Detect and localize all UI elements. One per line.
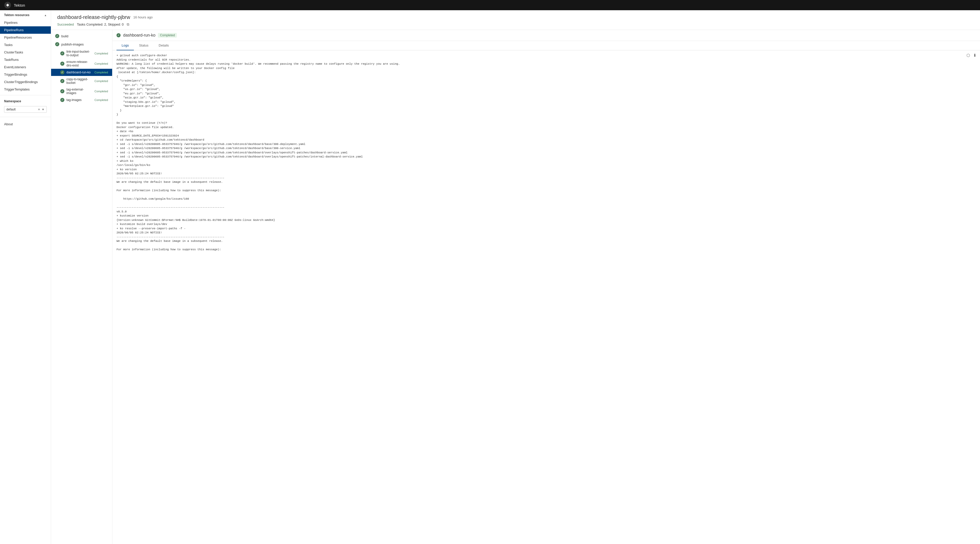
check-circle-icon bbox=[116, 33, 121, 37]
topbar: Tekton bbox=[0, 0, 980, 10]
check-circle-icon bbox=[55, 42, 59, 46]
detail-title: dashboard-run-ko bbox=[123, 33, 155, 38]
check-circle-icon bbox=[60, 70, 64, 74]
check-circle-icon bbox=[60, 79, 64, 83]
sidebar: Tekton resources ▲ Pipelines PipelineRun… bbox=[0, 10, 51, 544]
task-sub-tag-images-status: Completed bbox=[94, 99, 108, 102]
task-sub-tag-external[interactable]: tag-external-images Completed bbox=[51, 86, 112, 96]
task-sub-copy-to-tagged-status: Completed bbox=[94, 80, 108, 83]
task-sub-dashboard-run-ko-label: dashboard-run-ko bbox=[67, 70, 92, 74]
task-sub-tag-external-label: tag-external-images bbox=[67, 88, 92, 95]
detail-panel: dashboard-run-ko Completed Logs Status D… bbox=[112, 30, 980, 544]
check-circle-icon bbox=[60, 98, 64, 102]
namespace-label: Namespace bbox=[0, 97, 51, 105]
task-sub-dashboard-run-ko[interactable]: dashboard-run-ko Completed bbox=[51, 69, 112, 76]
namespace-value: default bbox=[6, 108, 16, 111]
task-sub-tag-images-label: tag-images bbox=[67, 98, 92, 102]
page-title: dashboard-release-nightly-pjbrw bbox=[57, 14, 130, 20]
page-header: dashboard-release-nightly-pjbrw 16 hours… bbox=[51, 10, 980, 30]
log-toolbar: ⬡ ⬇ bbox=[966, 53, 977, 58]
sidebar-item-pipelines[interactable]: Pipelines bbox=[0, 19, 51, 26]
namespace-selector[interactable]: default ✕ ▼ bbox=[4, 106, 47, 113]
check-circle-icon bbox=[60, 51, 64, 56]
task-sub-ensure-release-label: ensure-release-dirs-exist bbox=[67, 60, 92, 67]
sidebar-item-triggerbindings[interactable]: TriggerBindings bbox=[0, 71, 51, 78]
sidebar-item-pipelineresources[interactable]: PipelineResources bbox=[0, 34, 51, 41]
sidebar-item-taskruns[interactable]: TaskRuns bbox=[0, 56, 51, 64]
tasks-info: Tasks Completed: 2, Skipped: 0 bbox=[77, 22, 124, 26]
task-sub-link-input-status: Completed bbox=[94, 52, 108, 55]
sidebar-item-tasks[interactable]: Tasks bbox=[0, 41, 51, 49]
task-group-publish-images[interactable]: publish-images bbox=[51, 40, 112, 48]
task-sub-tag-external-status: Completed bbox=[94, 90, 108, 93]
task-sub-dashboard-run-ko-status: Completed bbox=[94, 71, 108, 74]
chevron-up-icon: ▲ bbox=[44, 14, 47, 17]
download-icon[interactable]: ⬇ bbox=[973, 53, 977, 58]
sidebar-section-header: Tekton resources ▲ bbox=[0, 10, 51, 19]
copy-icon[interactable]: ⧉ bbox=[127, 22, 129, 27]
sidebar-item-triggertemplates[interactable]: TriggerTemplates bbox=[0, 86, 51, 93]
clear-icon[interactable]: ✕ bbox=[38, 108, 40, 111]
content-area: build publish-images link-input-bucket-t… bbox=[51, 30, 980, 544]
task-sub-link-input-label: link-input-bucket-to-output bbox=[67, 50, 92, 57]
sidebar-item-clustertasks[interactable]: ClusterTasks bbox=[0, 49, 51, 56]
task-group-build-label: build bbox=[61, 34, 68, 38]
log-content: + gcloud auth configure-docker Adding cr… bbox=[112, 50, 980, 255]
page-age: 16 hours ago bbox=[134, 15, 153, 19]
sidebar-item-pipelineruns[interactable]: PipelineRuns bbox=[0, 26, 51, 34]
sidebar-item-clustertriggerbindings[interactable]: ClusterTriggerBindings bbox=[0, 78, 51, 86]
tekton-logo-icon bbox=[4, 2, 11, 9]
status-badge: Succeeded bbox=[57, 22, 74, 26]
check-circle-icon bbox=[60, 89, 64, 93]
svg-point-1 bbox=[7, 4, 8, 6]
task-sub-link-input[interactable]: link-input-bucket-to-output Completed bbox=[51, 48, 112, 59]
task-sub-copy-to-tagged-label: copy-to-tagged-bucket bbox=[67, 77, 92, 85]
check-circle-icon bbox=[60, 62, 64, 66]
task-sub-copy-to-tagged[interactable]: copy-to-tagged-bucket Completed bbox=[51, 76, 112, 86]
namespace-select-icons: ✕ ▼ bbox=[38, 108, 45, 111]
tab-details[interactable]: Details bbox=[154, 41, 174, 50]
log-area: ⬡ ⬇ + gcloud auth configure-docker Addin… bbox=[112, 50, 980, 544]
task-sub-ensure-release-status: Completed bbox=[94, 62, 108, 65]
expand-icon[interactable]: ⬡ bbox=[966, 53, 970, 58]
sidebar-item-about[interactable]: About bbox=[0, 119, 51, 129]
task-group-build[interactable]: build bbox=[51, 32, 112, 40]
task-sub-tag-images[interactable]: tag-images Completed bbox=[51, 96, 112, 104]
task-group-publish-images-label: publish-images bbox=[61, 42, 84, 46]
tab-status[interactable]: Status bbox=[134, 41, 154, 50]
detail-status-badge: Completed bbox=[158, 33, 177, 38]
check-circle-icon bbox=[55, 34, 59, 38]
chevron-down-icon[interactable]: ▼ bbox=[41, 108, 45, 111]
task-list-panel: build publish-images link-input-bucket-t… bbox=[51, 30, 112, 544]
tab-logs[interactable]: Logs bbox=[116, 41, 134, 50]
sidebar-section-label: Tekton resources bbox=[4, 13, 29, 17]
sidebar-item-eventlisteners[interactable]: EventListeners bbox=[0, 64, 51, 71]
detail-header: dashboard-run-ko Completed bbox=[112, 30, 980, 41]
detail-tabs: Logs Status Details bbox=[112, 41, 980, 50]
task-sub-ensure-release[interactable]: ensure-release-dirs-exist Completed bbox=[51, 59, 112, 69]
sidebar-divider-2 bbox=[0, 117, 51, 117]
main-content: dashboard-release-nightly-pjbrw 16 hours… bbox=[51, 10, 980, 544]
app-title: Tekton bbox=[14, 3, 25, 7]
